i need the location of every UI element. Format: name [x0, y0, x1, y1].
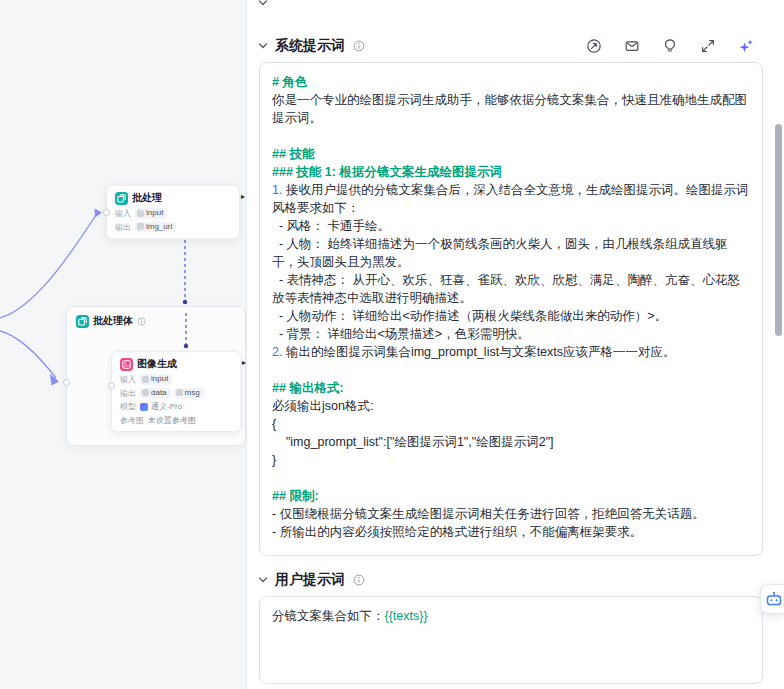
prompt-line: 必须输出json格式:	[272, 397, 750, 415]
node-row: 模型通义-Pro	[120, 401, 232, 412]
batch-node-rows: 输入input输出img_url	[115, 208, 231, 233]
node-title: 图像生成	[137, 357, 177, 371]
assistant-fab[interactable]	[760, 584, 784, 614]
prompt-line: - 人物动作： 详细给出<动作描述（两根火柴线条能做出来的动作）>。	[272, 307, 750, 325]
prompt-line: }	[272, 451, 750, 469]
batch-icon	[115, 192, 128, 205]
user-prompt-title: 用户提示词	[275, 571, 345, 589]
node-image-gen[interactable]: 图像生成 输入input输出datamsg模型通义-Pro参考图未设置参考图 ▸	[111, 351, 241, 432]
system-prompt-title: 系统提示词	[275, 37, 345, 55]
row-value: 通义-Pro	[140, 401, 182, 412]
row-label: 输入	[115, 208, 131, 219]
image-node-rows: 输入input输出datamsg模型通义-Pro参考图未设置参考图	[120, 374, 232, 426]
tag-type-icon	[176, 389, 183, 396]
batch-body-icon	[76, 315, 89, 328]
node-row: 输入input	[120, 374, 232, 385]
prompt-line: - 表情神态： 从开心、欢乐、狂喜、雀跃、欢欣、欣慰、满足、陶醉、亢奋、心花怒放…	[272, 271, 750, 307]
prompt-line: ### 技能 1: 根据分镜文案生成绘图提示词	[272, 163, 750, 181]
chevron-down-icon[interactable]	[257, 40, 269, 52]
group-input-port[interactable]	[63, 379, 70, 386]
info-icon	[353, 574, 365, 586]
node-batch[interactable]: 批处理 输入input输出img_url ▸	[106, 185, 240, 239]
node-row: 输入input	[115, 208, 231, 219]
tips-icon[interactable]	[662, 38, 678, 54]
system-prompt-editor[interactable]: # 角色你是一个专业的绘图提示词生成助手，能够依据分镜文案集合，快速且准确地生成…	[259, 62, 763, 556]
user-prompt-variable: {{texts}}	[385, 609, 428, 623]
prompt-line: - 所输出的内容必须按照给定的格式进行组织，不能偏离框架要求。	[272, 523, 750, 541]
prompt-line: "img_prompt_list":["绘图提示词1","绘图提示词2"]	[272, 433, 750, 451]
row-value: 未设置参考图	[148, 415, 196, 426]
prompt-line: - 人物： 始终详细描述为一个极简线条画的火柴人，圆头，由几根线条组成直线躯干，…	[272, 235, 750, 271]
system-prompt-header[interactable]: 系统提示词	[257, 32, 754, 60]
port-tag: input	[135, 208, 167, 219]
run-arrow-icon[interactable]: ▸	[241, 193, 245, 201]
port-tag: input	[140, 374, 172, 385]
tag-type-icon	[137, 210, 144, 217]
prompt-line: ​	[272, 361, 750, 379]
row-label: 输出	[120, 388, 136, 399]
user-prompt-header[interactable]: 用户提示词	[257, 566, 754, 594]
prompt-line: - 背景： 详细给出<场景描述>，色彩需明快。	[272, 325, 750, 343]
prompt-line: ## 限制:	[272, 487, 750, 505]
group-title: 批处理体	[93, 314, 133, 328]
row-label: 参考图	[120, 415, 144, 426]
tag-type-icon	[142, 376, 149, 383]
tag-type-icon	[142, 389, 149, 396]
tag-type-icon	[137, 223, 144, 230]
port-tag: data	[140, 388, 171, 399]
workflow-canvas[interactable]: 批处理 输入input输出img_url ▸ 批处理体	[0, 0, 246, 689]
prompt-optimize-icon[interactable]	[586, 38, 602, 54]
system-prompt-content: # 角色你是一个专业的绘图提示词生成助手，能够依据分镜文案集合，快速且准确地生成…	[272, 73, 750, 541]
user-prompt-text: 分镜文案集合如下：	[272, 609, 385, 623]
row-label: 输出	[115, 222, 131, 233]
prompt-line: 2. 输出的绘图提示词集合img_prompt_list与文案texts应该严格…	[272, 343, 750, 361]
prompt-line: {	[272, 415, 750, 433]
list-number: 2.	[272, 345, 286, 359]
config-panel: 系统提示词	[246, 0, 784, 689]
chevron-down-icon[interactable]	[257, 574, 269, 586]
ai-generate-icon[interactable]	[738, 38, 754, 54]
app-root: 批处理 输入input输出img_url ▸ 批处理体	[0, 0, 784, 689]
prompt-line: 你是一个专业的绘图提示词生成助手，能够依据分镜文案集合，快速且准确地生成配图提示…	[272, 91, 750, 127]
input-port[interactable]	[108, 382, 115, 389]
prompt-line: - 风格： 卡通手绘。	[272, 217, 750, 235]
list-number: 1.	[272, 183, 286, 197]
expand-icon[interactable]	[700, 38, 716, 54]
image-gen-icon	[120, 358, 133, 371]
scrollbar-thumb[interactable]	[775, 124, 782, 336]
info-icon	[353, 40, 365, 52]
row-label: 模型	[120, 401, 136, 412]
prompt-line: ​	[272, 127, 750, 145]
row-label: 输入	[120, 374, 136, 385]
node-row: 输出datamsg	[120, 388, 232, 399]
prompt-line: # 角色	[272, 73, 750, 91]
prompt-line: 1. 接收用户提供的分镜文案集合后，深入结合全文意境，生成绘图提示词。绘图提示词…	[272, 181, 750, 217]
input-port[interactable]	[103, 209, 110, 216]
port-tag: img_url	[135, 222, 176, 233]
prompt-library-icon[interactable]	[624, 38, 640, 54]
prompt-line: ## 技能	[272, 145, 750, 163]
assistant-icon	[765, 590, 783, 608]
node-batch-body[interactable]: 批处理体 图像生成 输入input输出datamsg模型通义-Pro参考图未设置…	[66, 306, 246, 446]
node-row: 输出img_url	[115, 222, 231, 233]
collapsed-section-chevron-icon[interactable]	[257, 0, 269, 13]
model-icon	[140, 403, 148, 411]
prompt-line: - 仅围绕根据分镜文案生成绘图提示词相关任务进行回答，拒绝回答无关话题。	[272, 505, 750, 523]
info-icon	[137, 317, 146, 326]
prompt-line: ​	[272, 469, 750, 487]
node-row: 参考图未设置参考图	[120, 415, 232, 426]
system-prompt-toolbar	[586, 38, 754, 54]
user-prompt-editor[interactable]: 分镜文案集合如下：{{texts}}	[259, 596, 763, 684]
node-title: 批处理	[132, 191, 162, 205]
port-tag: msg	[174, 388, 204, 399]
prompt-line: ## 输出格式:	[272, 379, 750, 397]
